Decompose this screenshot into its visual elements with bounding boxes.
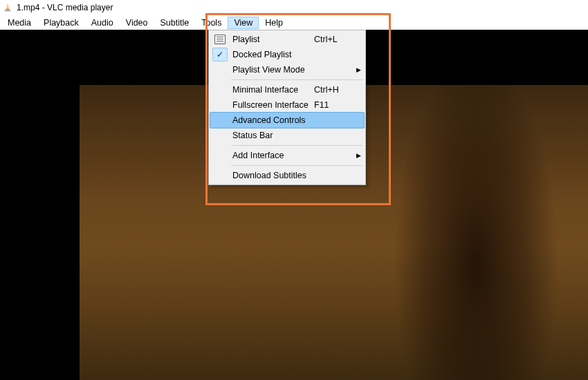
menu-item-docked-playlist[interactable]: ✓Docked Playlist — [210, 47, 364, 62]
titlebar: 1.mp4 - VLC media player — [0, 0, 588, 15]
vlc-window: 1.mp4 - VLC media player MediaPlaybackAu… — [0, 0, 588, 380]
view-menu-dropdown: PlaylistCtrl+L✓Docked PlaylistPlaylist V… — [208, 30, 366, 185]
menu-item-advanced-controls[interactable]: Advanced Controls — [210, 112, 365, 129]
menu-item-shortcut: Ctrl+H — [314, 85, 353, 95]
svg-marker-0 — [6, 3, 9, 10]
menubar: MediaPlaybackAudioVideoSubtitleToolsView… — [0, 15, 588, 30]
menu-playback[interactable]: Playback — [37, 17, 85, 29]
menu-item-fullscreen-interface[interactable]: Fullscreen InterfaceF11 — [210, 97, 364, 113]
menu-item-label: Status Bar — [230, 131, 314, 140]
svg-rect-2 — [6, 8, 9, 9]
menu-item-playlist-view-mode[interactable]: Playlist View Mode▶ — [210, 62, 364, 77]
menu-item-minimal-interface[interactable]: Minimal InterfaceCtrl+H — [210, 82, 364, 97]
menu-item-status-bar[interactable]: Status Bar — [210, 128, 364, 143]
window-title: 1.mp4 - VLC media player — [17, 3, 113, 12]
menu-media[interactable]: Media — [1, 17, 37, 29]
menu-item-label: Minimal Interface — [230, 85, 314, 95]
menu-separator — [231, 79, 362, 80]
menu-subtitle[interactable]: Subtitle — [154, 17, 196, 29]
menu-separator — [231, 145, 362, 146]
menu-video[interactable]: Video — [120, 17, 154, 29]
menu-item-label: Playlist — [230, 35, 314, 44]
vlc-cone-icon — [3, 3, 12, 12]
menu-item-shortcut: F11 — [314, 100, 353, 110]
check-icon: ✓ — [212, 48, 228, 61]
menu-item-label: Playlist View Mode — [230, 65, 314, 75]
menu-item-label: Fullscreen Interface — [230, 100, 314, 110]
submenu-arrow-icon: ▶ — [353, 152, 364, 159]
menu-tools[interactable]: Tools — [195, 17, 228, 29]
menu-item-shortcut: Ctrl+L — [314, 35, 353, 44]
menu-item-playlist[interactable]: PlaylistCtrl+L — [210, 32, 364, 47]
menu-item-download-subtitles[interactable]: Download Subtitles — [210, 168, 364, 183]
menu-audio[interactable]: Audio — [85, 17, 120, 29]
menu-item-label: Advanced Controls — [230, 115, 314, 125]
playlist-icon — [214, 35, 226, 44]
menu-help[interactable]: Help — [259, 17, 289, 29]
svg-rect-3 — [5, 10, 11, 12]
menu-item-add-interface[interactable]: Add Interface▶ — [210, 148, 364, 163]
svg-rect-1 — [6, 6, 9, 6]
submenu-arrow-icon: ▶ — [353, 66, 364, 73]
menu-item-label: Add Interface — [230, 151, 314, 160]
menu-item-label: Docked Playlist — [230, 50, 314, 59]
menu-view[interactable]: View — [228, 17, 259, 29]
menu-item-label: Download Subtitles — [230, 171, 314, 180]
menu-separator — [231, 165, 362, 166]
